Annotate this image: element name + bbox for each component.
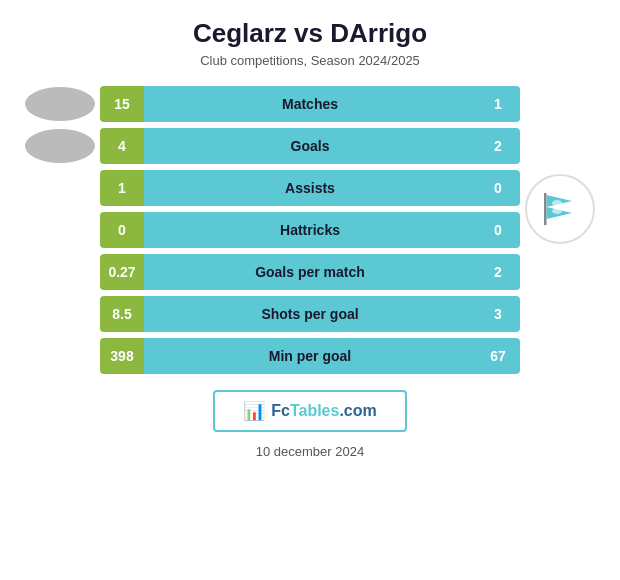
stat-label: Hattricks (280, 222, 340, 238)
watermark-section: 📊 FcTables.com (213, 390, 407, 432)
left-avatar-row (20, 338, 100, 374)
stat-label: Shots per goal (261, 306, 358, 322)
left-stat-value: 1 (100, 170, 144, 206)
stat-label: Min per goal (269, 348, 351, 364)
left-stat-value: 8.5 (100, 296, 144, 332)
left-avatar-row (20, 254, 100, 290)
stat-label: Goals (291, 138, 330, 154)
left-stat-value: 0.27 (100, 254, 144, 290)
stat-bar-row: 398Min per goal67 (100, 338, 520, 374)
left-stat-value: 4 (100, 128, 144, 164)
right-stat-value: 0 (476, 212, 520, 248)
right-stat-value: 2 (476, 128, 520, 164)
watermark-icon: 📊 (243, 400, 265, 422)
right-logo-column (520, 86, 600, 244)
left-stat-value: 0 (100, 212, 144, 248)
watermark-brand: FcTables.com (271, 402, 377, 420)
page-container: Ceglarz vs DArrigo Club competitions, Se… (0, 0, 620, 580)
page-title: Ceglarz vs DArrigo (193, 18, 427, 49)
stat-bar: Assists (144, 170, 476, 206)
stat-bar: Min per goal (144, 338, 476, 374)
left-avatars (20, 86, 100, 374)
stat-bar-row: 8.5Shots per goal3 (100, 296, 520, 332)
left-stat-value: 15 (100, 86, 144, 122)
left-avatar-row (20, 212, 100, 248)
left-avatar-row (20, 296, 100, 332)
bars-column: 15Matches14Goals21Assists00Hattricks00.2… (100, 86, 520, 374)
stat-bar-row: 15Matches1 (100, 86, 520, 122)
svg-point-4 (552, 200, 562, 206)
team-logo (525, 174, 595, 244)
stat-bar: Matches (144, 86, 476, 122)
left-avatar-row (20, 128, 100, 164)
right-stat-value: 2 (476, 254, 520, 290)
left-avatar-row (20, 86, 100, 122)
right-stat-value: 0 (476, 170, 520, 206)
stat-bar: Shots per goal (144, 296, 476, 332)
stat-bar: Goals per match (144, 254, 476, 290)
stat-bar-row: 1Assists0 (100, 170, 520, 206)
footer-date: 10 december 2024 (256, 444, 364, 459)
right-stat-value: 3 (476, 296, 520, 332)
svg-point-5 (552, 208, 562, 214)
stat-bar-row: 0.27Goals per match2 (100, 254, 520, 290)
left-avatar-row (20, 170, 100, 206)
stat-label: Goals per match (255, 264, 365, 280)
right-stat-value: 1 (476, 86, 520, 122)
page-subtitle: Club competitions, Season 2024/2025 (200, 53, 420, 68)
stats-section: 15Matches14Goals21Assists00Hattricks00.2… (20, 86, 600, 374)
left-player-avatar (25, 87, 95, 121)
left-player-avatar (25, 129, 95, 163)
right-stat-value: 67 (476, 338, 520, 374)
stat-bar: Goals (144, 128, 476, 164)
stat-bar-row: 0Hattricks0 (100, 212, 520, 248)
stat-label: Matches (282, 96, 338, 112)
stat-label: Assists (285, 180, 335, 196)
svg-rect-1 (544, 193, 547, 225)
stat-bar-row: 4Goals2 (100, 128, 520, 164)
stat-bar: Hattricks (144, 212, 476, 248)
left-stat-value: 398 (100, 338, 144, 374)
